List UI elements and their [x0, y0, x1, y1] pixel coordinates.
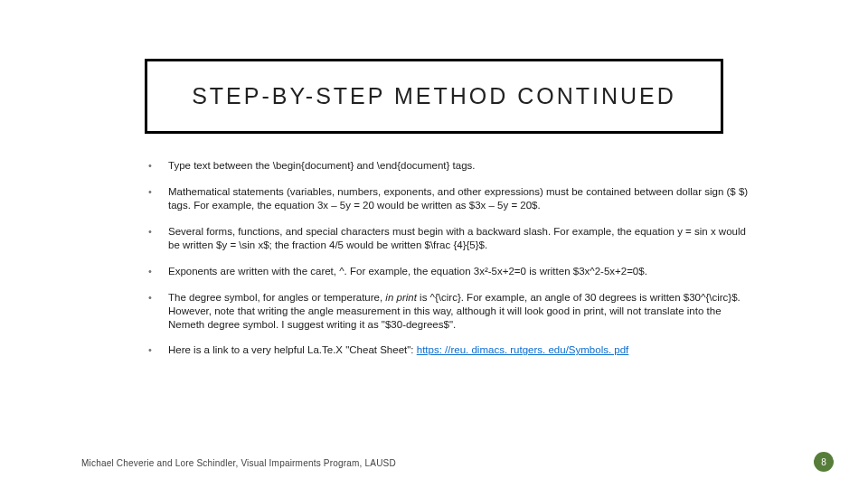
bullet-list: Type text between the \begin{document} a…: [148, 159, 750, 357]
page-number-badge: 8: [814, 452, 834, 472]
bullet-text: Type text between the \begin{document} a…: [168, 160, 476, 171]
footer-text: Michael Cheverie and Lore Schindler, Vis…: [81, 458, 396, 468]
bullet-text-prefix: The degree symbol, for angles or tempera…: [168, 292, 385, 303]
cheat-sheet-link[interactable]: https: //reu. dimacs. rutgers. edu/Symbo…: [417, 344, 629, 355]
bullet-text-prefix: Here is a link to a very helpful La.Te.X…: [168, 344, 417, 355]
list-item: Type text between the \begin{document} a…: [148, 159, 750, 173]
slide-title: STEP-BY-STEP METHOD CONTINUED: [176, 83, 692, 109]
bullet-text: Several forms, functions, and special ch…: [168, 226, 746, 250]
list-item: Exponents are written with the caret, ^.…: [148, 265, 750, 278]
page-number: 8: [821, 457, 826, 467]
slide: STEP-BY-STEP METHOD CONTINUED Type text …: [0, 0, 868, 488]
bullet-text: Exponents are written with the caret, ^.…: [168, 266, 647, 277]
bullet-text: Mathematical statements (variables, numb…: [168, 186, 748, 211]
list-item: The degree symbol, for angles or tempera…: [148, 291, 750, 332]
list-item: Here is a link to a very helpful La.Te.X…: [148, 343, 750, 357]
list-item: Several forms, functions, and special ch…: [148, 225, 750, 252]
title-box: STEP-BY-STEP METHOD CONTINUED: [145, 59, 723, 134]
list-item: Mathematical statements (variables, numb…: [148, 185, 750, 212]
bullet-text-italic: in print: [385, 292, 417, 303]
